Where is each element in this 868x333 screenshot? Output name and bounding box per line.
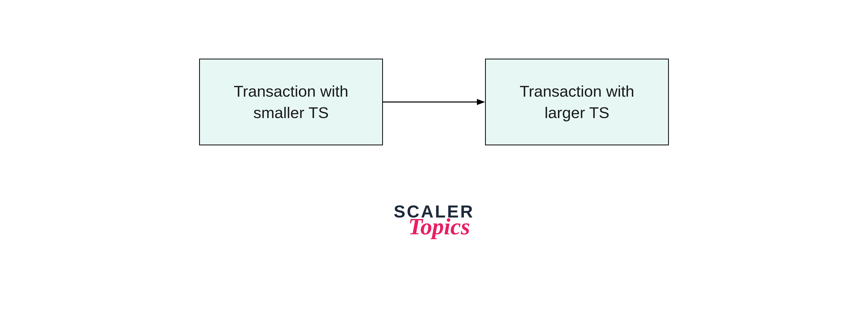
right-box-text: Transaction with larger TS	[520, 80, 634, 123]
arrow-right-icon	[383, 97, 485, 107]
right-box-line2: larger TS	[545, 104, 610, 121]
diagram-container: Transaction with smaller TS Transaction …	[199, 59, 669, 145]
left-transaction-box: Transaction with smaller TS	[199, 59, 383, 145]
left-box-line1: Transaction with	[234, 82, 348, 100]
right-transaction-box: Transaction with larger TS	[485, 59, 669, 145]
svg-marker-1	[477, 99, 485, 105]
left-box-line2: smaller TS	[253, 104, 329, 121]
logo-container: SCALER Topics	[394, 201, 474, 238]
left-box-text: Transaction with smaller TS	[234, 80, 348, 123]
right-box-line1: Transaction with	[520, 82, 634, 100]
arrow-container	[383, 97, 485, 107]
logo-secondary-text: Topics	[408, 215, 470, 238]
